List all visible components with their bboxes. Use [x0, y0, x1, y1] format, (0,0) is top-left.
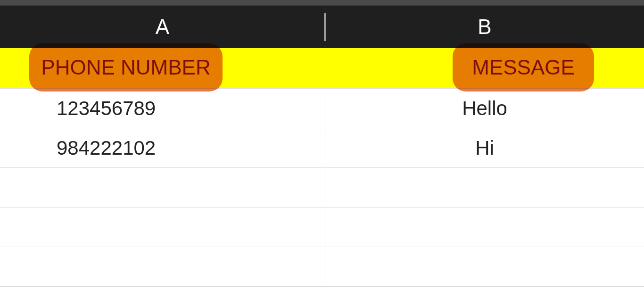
cell-a2[interactable]: 123456789	[0, 89, 325, 128]
header-row: PHONE NUMBER MESSAGE	[0, 48, 644, 89]
cell-a6[interactable]	[0, 247, 325, 286]
column-header-row: A B	[0, 6, 644, 48]
cell-value: Hi	[475, 137, 494, 159]
table-row	[0, 247, 644, 287]
cell-b6[interactable]	[325, 247, 644, 286]
cell-b1[interactable]	[325, 48, 644, 88]
cell-value: 123456789	[57, 97, 156, 120]
cell-b3[interactable]: Hi	[325, 128, 644, 167]
worksheet-grid: PHONE NUMBER MESSAGE 123456789 Hello 984…	[0, 48, 644, 291]
cell-value: Hello	[462, 97, 507, 120]
cell-b4[interactable]	[325, 168, 644, 207]
table-row	[0, 208, 644, 247]
column-header-a-label: A	[156, 15, 169, 39]
cell-a4[interactable]	[0, 168, 325, 207]
cell-a7[interactable]	[0, 287, 325, 291]
table-row	[0, 168, 644, 208]
cell-a1[interactable]	[0, 48, 325, 88]
column-header-b-label: B	[478, 15, 491, 39]
table-row: 984222102 Hi	[0, 128, 644, 168]
cell-b7[interactable]	[325, 287, 644, 291]
cell-b5[interactable]	[325, 208, 644, 247]
table-row	[0, 287, 644, 291]
table-row: 123456789 Hello	[0, 89, 644, 128]
column-header-a[interactable]: A	[0, 6, 325, 48]
cell-b2[interactable]: Hello	[325, 89, 644, 128]
cell-a5[interactable]	[0, 208, 325, 247]
column-header-b[interactable]: B	[325, 6, 644, 48]
cell-value: 984222102	[57, 137, 156, 159]
title-bar-fragment	[0, 0, 644, 6]
cell-a3[interactable]: 984222102	[0, 128, 325, 167]
